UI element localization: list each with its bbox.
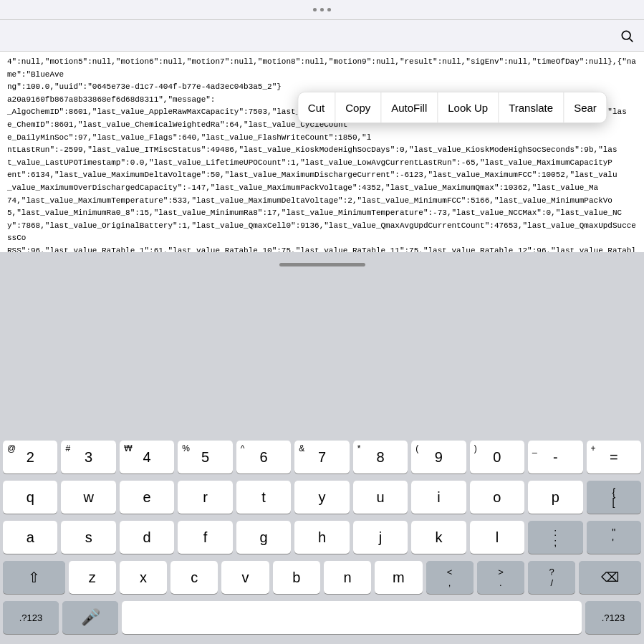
content-line: ent":6134,"last_value_MaximumDeltaVoltag… bbox=[7, 169, 637, 182]
key--[interactable]: _- bbox=[528, 441, 582, 474]
key-v[interactable]: v bbox=[221, 561, 269, 594]
key-;[interactable]: :; bbox=[528, 521, 582, 554]
key-c[interactable]: c bbox=[170, 561, 218, 594]
status-dots bbox=[313, 8, 331, 11]
key-a[interactable]: a bbox=[3, 521, 57, 554]
key-<[interactable]: <, bbox=[426, 561, 474, 594]
content-line: 74,"last_value_MaximumTemperature":533,"… bbox=[7, 195, 637, 208]
key-d[interactable]: d bbox=[120, 521, 174, 554]
key-o[interactable]: o bbox=[470, 481, 524, 514]
keyboard: @2#3₩4%5^6&7*8(9)0_-+= qwertyuiop{[ asdf… bbox=[0, 435, 644, 644]
content-line: RSS":96,"last_value_RaTable_1":61,"last_… bbox=[7, 245, 637, 252]
key-b[interactable]: b bbox=[273, 561, 320, 594]
key-t[interactable]: t bbox=[236, 481, 291, 514]
context-menu: CutCopyAutoFillLook UpTranslateSear bbox=[297, 92, 607, 123]
key-q[interactable]: q bbox=[3, 481, 57, 514]
key-z[interactable]: z bbox=[69, 561, 116, 594]
key-6[interactable]: ^6 bbox=[236, 441, 291, 474]
key-l[interactable]: l bbox=[470, 521, 524, 554]
key-e[interactable]: e bbox=[120, 481, 174, 514]
key-"[interactable]: "' bbox=[587, 521, 641, 554]
key-?[interactable]: ?/ bbox=[528, 561, 575, 594]
key-s[interactable]: s bbox=[61, 521, 115, 554]
key-num-switch[interactable]: .?123 bbox=[3, 601, 59, 634]
key-n[interactable]: n bbox=[324, 561, 371, 594]
nav-bar bbox=[0, 20, 644, 52]
status-bar bbox=[0, 0, 644, 20]
search-button[interactable] bbox=[620, 29, 634, 43]
keyboard-a-row: asdfghjkl:;"' bbox=[3, 521, 641, 554]
context-menu-item-sear[interactable]: Sear bbox=[564, 92, 607, 122]
key-w[interactable]: w bbox=[61, 481, 115, 514]
context-menu-item-translate[interactable]: Translate bbox=[499, 92, 564, 122]
key-x[interactable]: x bbox=[120, 561, 167, 594]
keyboard-z-row: ⇧zxcvbnm<,>.?/⌫ bbox=[3, 561, 641, 594]
key-h[interactable]: h bbox=[294, 521, 349, 554]
content-line: 4":null,"motion5":null,"motion6":null,"m… bbox=[7, 56, 637, 81]
content-line: t_value_LastUPOTimestamp":0.0,"last_valu… bbox=[7, 157, 637, 170]
context-menu-item-autofill[interactable]: AutoFill bbox=[381, 92, 438, 122]
search-icon bbox=[620, 29, 634, 43]
home-indicator bbox=[279, 263, 365, 266]
content-line: _value_MaximumOverDischargedCapacity":-1… bbox=[7, 182, 637, 195]
key-8[interactable]: *8 bbox=[353, 441, 408, 474]
key-return[interactable]: .?123 bbox=[585, 601, 641, 634]
key-y[interactable]: y bbox=[294, 481, 349, 514]
dot-3 bbox=[327, 8, 331, 11]
key-[[interactable]: {[ bbox=[587, 481, 641, 514]
key-2[interactable]: @2 bbox=[3, 441, 57, 474]
key-shift[interactable]: ⇧ bbox=[3, 561, 65, 594]
context-menu-item-copy[interactable]: Copy bbox=[335, 92, 381, 122]
key-u[interactable]: u bbox=[353, 481, 408, 514]
content-line: ntLastRun":-2599,"last_value_ITMiscStatu… bbox=[7, 144, 637, 157]
keyboard-symbol-row: @2#3₩4%5^6&7*8(9)0_-+= bbox=[3, 441, 641, 474]
content-line: y":7868,"last_value_OriginalBattery":1,"… bbox=[7, 220, 637, 245]
context-menu-item-look-up[interactable]: Look Up bbox=[438, 92, 499, 122]
key-9[interactable]: (9 bbox=[411, 441, 466, 474]
keyboard-q-row: qwertyuiop{[ bbox=[3, 481, 641, 514]
key-4[interactable]: ₩4 bbox=[120, 441, 174, 474]
content-area[interactable]: 4":null,"motion5":null,"motion6":null,"m… bbox=[0, 52, 644, 252]
content-line: e_DailyMinSoc":97,"last_value_Flags":640… bbox=[7, 132, 637, 145]
key-7[interactable]: &7 bbox=[294, 441, 349, 474]
key-microphone[interactable]: 🎤 bbox=[62, 601, 118, 634]
key-j[interactable]: j bbox=[353, 521, 408, 554]
key-space[interactable] bbox=[122, 601, 582, 634]
key-p[interactable]: p bbox=[528, 481, 582, 514]
key-r[interactable]: r bbox=[178, 481, 232, 514]
key-k[interactable]: k bbox=[411, 521, 466, 554]
bottom-bar bbox=[0, 252, 644, 277]
key-5[interactable]: %5 bbox=[178, 441, 232, 474]
key-g[interactable]: g bbox=[236, 521, 291, 554]
key-delete[interactable]: ⌫ bbox=[579, 561, 641, 594]
dot-1 bbox=[313, 8, 317, 11]
keyboard-bottom-row: .?123🎤.?123 bbox=[3, 601, 641, 634]
key->[interactable]: >. bbox=[477, 561, 524, 594]
key-3[interactable]: #3 bbox=[61, 441, 115, 474]
content-line: 5,"last_value_MinimumRa0_8":15,"last_val… bbox=[7, 207, 637, 220]
key-0[interactable]: )0 bbox=[470, 441, 524, 474]
context-menu-item-cut[interactable]: Cut bbox=[298, 92, 335, 122]
svg-point-0 bbox=[622, 31, 630, 39]
key-=[interactable]: += bbox=[587, 441, 641, 474]
key-i[interactable]: i bbox=[411, 481, 466, 514]
key-m[interactable]: m bbox=[375, 561, 422, 594]
key-f[interactable]: f bbox=[178, 521, 232, 554]
svg-line-1 bbox=[630, 38, 633, 42]
dot-2 bbox=[320, 8, 324, 11]
